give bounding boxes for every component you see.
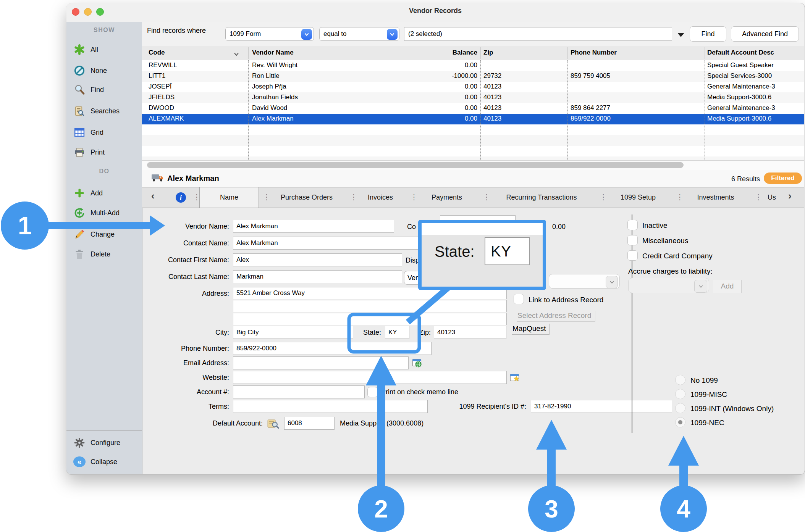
address-line3-field[interactable] <box>233 313 507 325</box>
mapquest-button[interactable]: MapQuest <box>512 324 550 335</box>
accrue-add-button[interactable]: Add <box>713 280 742 293</box>
sidebar-item-change[interactable]: Change <box>70 226 141 243</box>
chevron-down-icon[interactable] <box>694 280 707 293</box>
tabs-scroll-left-icon[interactable]: ‹ <box>151 190 155 202</box>
inactive-checkbox[interactable] <box>627 220 638 230</box>
callout-circle-2 <box>358 485 404 532</box>
website-field[interactable] <box>233 371 507 384</box>
callout-number-1: 1 <box>18 211 32 240</box>
find-operator-select[interactable]: equal to <box>319 27 399 41</box>
col-header-default-account[interactable]: Default Account Desc <box>707 49 774 56</box>
contact-name-field[interactable]: Alex Markman <box>233 237 432 250</box>
contact-first-name-field[interactable]: Alex <box>233 253 402 266</box>
vendor-name-field[interactable]: Alex Markman <box>233 220 394 233</box>
sidebar-item-print[interactable]: Print <box>70 144 141 161</box>
scrollbar-thumb[interactable] <box>147 162 684 168</box>
miscellaneous-label: Miscellaneous <box>642 237 688 245</box>
address-label: Address: <box>145 287 229 300</box>
chevron-down-icon[interactable] <box>387 29 398 40</box>
radio-no-1099[interactable] <box>675 375 685 385</box>
advanced-find-button[interactable]: Advanced Find <box>731 26 799 42</box>
tab-users-truncated[interactable]: Us <box>760 187 784 208</box>
credit-card-company-checkbox[interactable] <box>627 250 638 261</box>
sidebar-item-delete[interactable]: Delete <box>70 246 141 263</box>
recipient-id-field[interactable]: 317-82-1990 <box>531 400 672 413</box>
city-field[interactable]: Big City <box>233 326 353 339</box>
tabs-scroll-right-icon[interactable]: › <box>788 190 792 202</box>
tab-payments[interactable]: Payments <box>415 187 478 208</box>
sidebar-item-label: Searches <box>91 107 120 115</box>
tab-name[interactable]: Name <box>199 187 259 208</box>
find-button[interactable]: Find <box>690 26 726 42</box>
results-count: 6 Results <box>714 175 760 183</box>
col-header-balance[interactable]: Balance <box>401 49 477 56</box>
address-line2-field[interactable] <box>233 300 507 312</box>
sidebar-item-none[interactable]: None <box>70 62 141 79</box>
account-number-field[interactable] <box>233 385 365 398</box>
col-header-vendor-name[interactable]: Vendor Name <box>252 49 294 56</box>
column-divider <box>705 60 705 160</box>
contact-last-name-field[interactable]: Markman <box>233 270 402 283</box>
radio-1099-nec-selected[interactable] <box>675 417 685 427</box>
callout-state-label: State: <box>435 243 475 260</box>
callout-number-2: 2 <box>374 495 388 523</box>
radio-1099-int[interactable] <box>675 403 685 413</box>
state-field[interactable]: KY <box>385 326 409 339</box>
find-value-input[interactable]: (2 selected) <box>404 27 672 41</box>
find-field-select[interactable]: 1099 Form <box>225 27 314 41</box>
terms-field[interactable] <box>233 400 428 413</box>
default-account-code-field[interactable]: 6008 <box>284 417 335 430</box>
open-website-icon[interactable] <box>509 372 520 385</box>
tab-invoices[interactable]: Invoices <box>355 187 406 208</box>
sidebar-item-grid[interactable]: Grid <box>70 124 141 141</box>
sidebar-item-label: Change <box>91 231 115 239</box>
sidebar-item-configure[interactable]: Configure <box>70 434 141 451</box>
phone-field[interactable]: 859/922-0000 <box>233 342 432 355</box>
find-field-value: 1099 Form <box>230 30 261 38</box>
vendor-name-label: Vendor Name: <box>145 220 229 233</box>
print-on-check-label: Print on check memo line <box>381 388 458 396</box>
record-header <box>142 170 804 187</box>
form-section-divider <box>632 214 632 433</box>
callout-number-3: 3 <box>545 495 558 523</box>
sidebar-item-collapse[interactable]: « Collapse <box>70 453 141 470</box>
state-zoom-callout: State: KY <box>418 220 546 290</box>
sidebar-item-find[interactable]: Find <box>70 81 141 98</box>
miscellaneous-checkbox[interactable] <box>627 235 638 245</box>
link-address-checkbox[interactable] <box>514 294 524 304</box>
info-icon[interactable]: i <box>176 192 186 203</box>
filter-menu-caret-icon[interactable] <box>677 33 684 37</box>
print-on-check-checkbox[interactable] <box>367 387 378 397</box>
select-address-record-button[interactable]: Select Address Record <box>517 311 595 322</box>
email-field[interactable] <box>233 356 409 369</box>
vendor-type-button-fragment[interactable]: Vend <box>404 271 419 285</box>
tab-purchase-orders[interactable]: Purchase Orders <box>268 187 345 208</box>
callout-state-value: KY <box>485 237 530 265</box>
sidebar-footer-divider <box>66 430 142 431</box>
sidebar-item-searches[interactable]: Searches <box>70 103 141 119</box>
truck-icon <box>151 173 164 184</box>
col-header-phone[interactable]: Phone Number <box>571 49 617 56</box>
sort-chevron-icon[interactable] <box>234 50 239 58</box>
col-header-zip[interactable]: Zip <box>483 49 493 56</box>
sidebar-item-multi-add[interactable]: Multi-Add <box>70 205 141 221</box>
zip-field[interactable]: 40123 <box>434 326 506 339</box>
filtered-badge[interactable]: Filtered <box>764 172 802 184</box>
accrue-liability-label: Accrue charges to liability: <box>628 267 713 276</box>
tab-investments[interactable]: Investments <box>681 187 750 208</box>
account-number-label: Account #: <box>145 385 229 398</box>
sidebar-item-all[interactable]: All <box>70 41 141 58</box>
col-header-code[interactable]: Code <box>149 49 165 56</box>
chevron-down-icon[interactable] <box>606 276 618 288</box>
chevron-down-icon[interactable] <box>301 29 312 40</box>
zip-label: Zip: <box>412 326 431 339</box>
account-lookup-icon[interactable] <box>267 418 280 430</box>
sidebar-item-add[interactable]: Add <box>70 185 141 202</box>
find-operator-value: equal to <box>323 30 347 38</box>
send-email-icon[interactable] <box>412 358 422 370</box>
tab-1099-setup[interactable]: 1099 Setup <box>605 187 671 208</box>
liability-account-select[interactable] <box>628 278 709 293</box>
radio-1099-misc[interactable] <box>675 389 685 399</box>
tab-recurring-transactions[interactable]: Recurring Transactions <box>488 187 595 208</box>
vendor-type-select[interactable] <box>549 274 620 289</box>
